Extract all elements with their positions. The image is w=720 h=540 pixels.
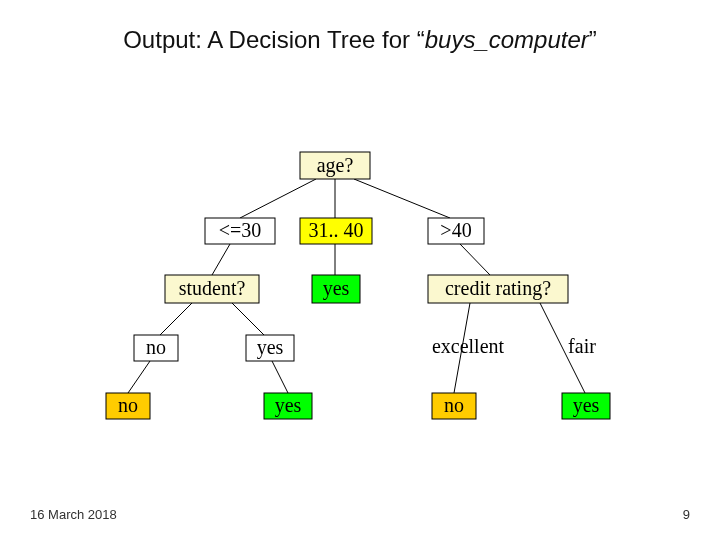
- student-branch-yes-label: yes: [257, 336, 284, 359]
- leaf-credit-fair-label: yes: [573, 394, 600, 417]
- edge-root-left: [240, 179, 316, 218]
- edge-student-yes-leaf: [272, 361, 288, 393]
- root-node-label: age?: [317, 154, 354, 177]
- student-node-label: student?: [179, 277, 246, 299]
- footer-date: 16 March 2018: [30, 507, 117, 522]
- student-branch-no-label: no: [146, 336, 166, 358]
- decision-tree-diagram: age? <=30 31.. 40 >40 student? yes credi…: [0, 0, 720, 540]
- footer-page-number: 9: [683, 507, 690, 522]
- mid-leaf-label: yes: [323, 277, 350, 300]
- edge-branch-right-down: [460, 244, 490, 275]
- branch-label-right: >40: [440, 219, 471, 241]
- leaf-credit-excellent-label: no: [444, 394, 464, 416]
- edge-student-yes: [232, 303, 264, 335]
- branch-label-mid: 31.. 40: [309, 219, 364, 241]
- credit-node-label: credit rating?: [445, 277, 551, 300]
- edge-root-right: [354, 179, 450, 218]
- edge-student-no-leaf: [128, 361, 150, 393]
- edge-branch-left-down: [212, 244, 230, 275]
- credit-branch-excellent-label: excellent: [432, 335, 505, 357]
- leaf-student-no-label: no: [118, 394, 138, 416]
- edge-student-no: [160, 303, 192, 335]
- credit-branch-fair-label: fair: [568, 335, 596, 357]
- leaf-student-yes-label: yes: [275, 394, 302, 417]
- branch-label-left: <=30: [219, 219, 262, 241]
